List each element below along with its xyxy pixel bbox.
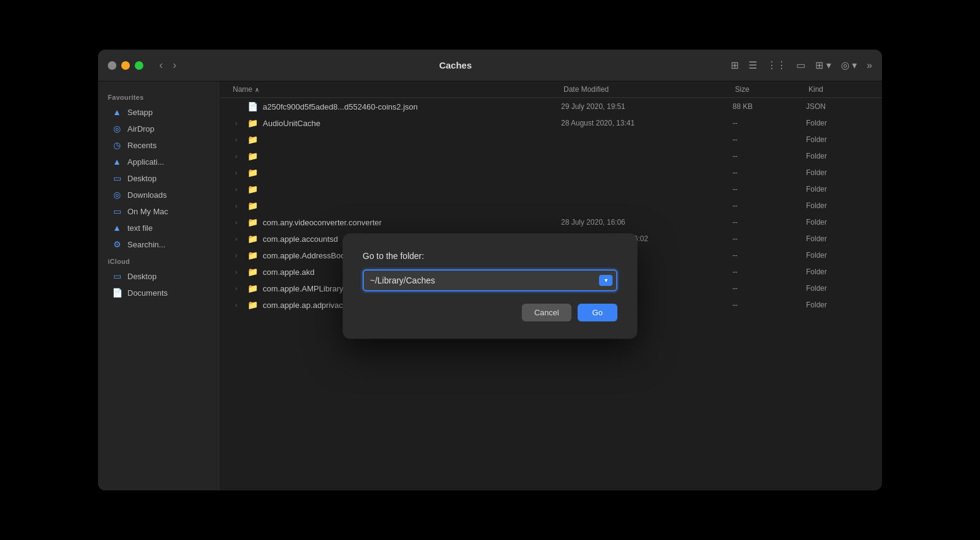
- document-icon: 📄: [247, 102, 258, 111]
- forward-button[interactable]: ›: [169, 56, 180, 74]
- sidebar-label: Desktop: [127, 174, 157, 183]
- sidebar-item-desktop[interactable]: ▭ Desktop: [102, 170, 216, 186]
- file-kind: Folder: [806, 218, 867, 227]
- airdrop-icon: ◎: [111, 124, 123, 133]
- col-size[interactable]: Size: [735, 85, 809, 94]
- file-date: 28 July 2020, 16:06: [561, 218, 733, 227]
- downloads-icon: ◎: [111, 190, 123, 200]
- table-row[interactable]: › 📁 -- Folder: [223, 165, 880, 181]
- chevron-icon: ›: [235, 170, 243, 176]
- table-row[interactable]: › 📁 -- Folder: [223, 132, 880, 148]
- col-kind[interactable]: Kind: [809, 85, 870, 94]
- file-kind: Folder: [806, 268, 867, 276]
- path-input-container: ▾: [363, 269, 617, 291]
- toolbar-icons: ⊞ ☰ ⋮⋮ ▭ ⊞ ▾ ◎ ▾ »: [731, 59, 872, 71]
- chevron-icon: ›: [235, 137, 243, 143]
- minimize-button[interactable]: [121, 61, 130, 70]
- table-row[interactable]: › 📁 AudioUnitCache 28 August 2020, 13:41…: [223, 115, 880, 131]
- table-row[interactable]: › 📁 com.any.videoconverter.converter 28 …: [223, 214, 880, 230]
- file-size: --: [733, 201, 806, 210]
- chevron-icon: ›: [235, 219, 243, 226]
- table-row[interactable]: 📄 a250fc900d5f5aded8...d552460-coins2.js…: [223, 99, 880, 114]
- folder-icon: 📁: [247, 300, 258, 310]
- sidebar-label: text file: [127, 223, 153, 233]
- sidebar-item-setapp[interactable]: ▲ Setapp: [102, 104, 216, 120]
- file-kind: Folder: [806, 119, 867, 127]
- folder-icon: 📁: [247, 217, 258, 227]
- sidebar-label: Documents: [127, 288, 168, 298]
- input-dropdown-button[interactable]: ▾: [599, 275, 612, 286]
- sidebar-label: Desktop: [127, 272, 157, 281]
- sidebar-label: Applicati...: [127, 157, 164, 167]
- table-row[interactable]: › 📁 -- Folder: [223, 198, 880, 214]
- chevron-icon: ›: [235, 302, 243, 309]
- sidebar-item-recents[interactable]: ◷ Recents: [102, 137, 216, 153]
- chevron-icon: ›: [235, 120, 243, 127]
- sidebar-item-textfile[interactable]: ▲ text file: [102, 220, 216, 236]
- sidebar-item-icloud-desktop[interactable]: ▭ Desktop: [102, 268, 216, 284]
- sidebar-label: On My Mac: [127, 207, 168, 216]
- table-row[interactable]: › 📁 -- Folder: [223, 148, 880, 164]
- file-kind: Folder: [806, 284, 867, 293]
- file-name: AudioUnitCache: [263, 119, 320, 128]
- go-to-folder-dialog: Go to the folder: ▾ Cancel Go: [343, 234, 637, 339]
- file-kind: Folder: [806, 135, 867, 144]
- file-size: --: [733, 251, 806, 260]
- sidebar-item-onmymac[interactable]: ▭ On My Mac: [102, 203, 216, 219]
- setapp-icon: ▲: [111, 107, 123, 117]
- table-row[interactable]: › 📁 -- Folder: [223, 181, 880, 197]
- file-kind: Folder: [806, 168, 867, 177]
- folder-icon: 📁: [247, 118, 258, 128]
- folder-icon: 📁: [247, 234, 258, 244]
- folder-icon: 📁: [247, 250, 258, 260]
- file-kind: Folder: [806, 201, 867, 210]
- icon-more[interactable]: »: [867, 60, 872, 71]
- col-date[interactable]: Date Modified: [564, 85, 735, 94]
- chevron-icon: ›: [235, 269, 243, 276]
- file-kind: Folder: [806, 152, 867, 160]
- icon-list[interactable]: ☰: [748, 59, 757, 71]
- icloud-desktop-icon: ▭: [111, 271, 123, 281]
- icon-columns[interactable]: ⋮⋮: [767, 59, 786, 71]
- sidebar-item-icloud-documents[interactable]: 📄 Documents: [102, 285, 216, 301]
- file-size: --: [733, 234, 806, 243]
- maximize-button[interactable]: [135, 61, 143, 70]
- chevron-icon: ›: [235, 203, 243, 209]
- col-name[interactable]: Name ∧: [233, 85, 564, 94]
- back-button[interactable]: ‹: [156, 56, 167, 74]
- file-kind: Folder: [806, 234, 867, 243]
- folder-icon: 📁: [247, 267, 258, 277]
- file-size: --: [733, 185, 806, 193]
- nav-buttons: ‹ ›: [156, 56, 180, 74]
- file-size: --: [733, 284, 806, 293]
- icon-grid[interactable]: ⊞: [731, 59, 739, 71]
- go-button[interactable]: Go: [578, 304, 617, 321]
- icon-gallery[interactable]: ▭: [796, 59, 805, 71]
- file-date: 28 August 2020, 13:41: [561, 119, 733, 127]
- window-title: Caches: [187, 60, 723, 70]
- icloud-documents-icon: 📄: [111, 288, 123, 298]
- folder-icon: 📁: [247, 151, 258, 161]
- sidebar-item-downloads[interactable]: ◎ Downloads: [102, 187, 216, 203]
- folder-icon: 📁: [247, 135, 258, 144]
- sidebar-item-applications[interactable]: ▲ Applicati...: [102, 154, 216, 170]
- file-name: com.apple.ap.adprivacyd: [263, 301, 352, 310]
- sidebar-item-airdrop[interactable]: ◎ AirDrop: [102, 121, 216, 137]
- sidebar-item-searching[interactable]: ⚙ Searchin...: [102, 236, 216, 252]
- sidebar-label: Searchin...: [127, 240, 165, 249]
- chevron-icon: ›: [235, 153, 243, 160]
- icon-group-sort[interactable]: ⊞ ▾: [815, 59, 831, 71]
- chevron-icon: ›: [235, 285, 243, 292]
- sidebar-label: AirDrop: [127, 124, 154, 133]
- file-size: 88 KB: [733, 102, 806, 111]
- searching-icon: ⚙: [111, 239, 123, 249]
- path-input[interactable]: [363, 269, 617, 291]
- sort-arrow-icon: ∧: [255, 86, 259, 93]
- window-controls: [108, 61, 143, 70]
- desktop-icon: ▭: [111, 173, 123, 183]
- close-button[interactable]: [108, 61, 116, 70]
- folder-icon: 📁: [247, 184, 258, 194]
- cancel-button[interactable]: Cancel: [522, 304, 571, 321]
- folder-icon: 📁: [247, 283, 258, 293]
- icon-sort-options[interactable]: ◎ ▾: [841, 59, 857, 71]
